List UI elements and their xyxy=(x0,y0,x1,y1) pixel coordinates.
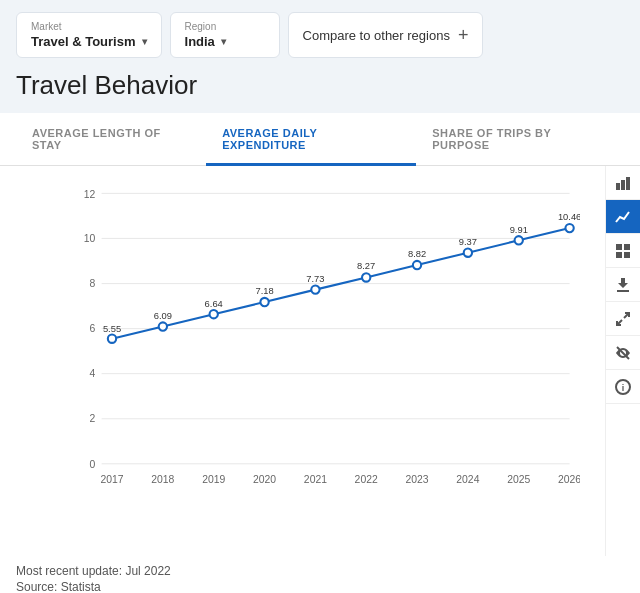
svg-text:0: 0 xyxy=(90,459,96,470)
svg-text:8: 8 xyxy=(90,278,96,289)
svg-text:8.82: 8.82 xyxy=(408,249,426,259)
data-point-2017 xyxy=(108,335,116,343)
svg-text:10.46: 10.46 xyxy=(558,212,580,222)
svg-text:5.55: 5.55 xyxy=(103,324,121,334)
svg-rect-37 xyxy=(626,177,630,190)
tab-share-trips[interactable]: SHARE OF TRIPS BY PURPOSE xyxy=(416,113,624,166)
svg-text:2: 2 xyxy=(90,413,96,424)
svg-text:2022: 2022 xyxy=(355,474,378,485)
hide-icon-button[interactable] xyxy=(606,336,640,370)
svg-text:2018: 2018 xyxy=(151,474,174,485)
region-chevron-icon: ▾ xyxy=(221,36,226,47)
info-icon-button[interactable]: i xyxy=(606,370,640,404)
bar-chart-icon-button[interactable] xyxy=(606,166,640,200)
tab-avg-length[interactable]: AVERAGE LENGTH OF STAY xyxy=(16,113,206,166)
svg-text:2017: 2017 xyxy=(100,474,123,485)
svg-text:4: 4 xyxy=(90,368,96,379)
tabs-bar: AVERAGE LENGTH OF STAY AVERAGE DAILY EXP… xyxy=(0,113,640,166)
svg-text:2020: 2020 xyxy=(253,474,276,485)
svg-rect-43 xyxy=(617,290,629,292)
chart-area: in USD (US$) 0 2 4 6 8 10 12 2017 2018 2… xyxy=(0,166,640,556)
source-text: Source: Statista xyxy=(16,580,624,593)
svg-text:2023: 2023 xyxy=(405,474,428,485)
download-icon-button[interactable] xyxy=(606,268,640,302)
svg-rect-39 xyxy=(624,244,630,250)
svg-text:9.91: 9.91 xyxy=(510,225,528,235)
svg-text:10: 10 xyxy=(84,233,96,244)
data-point-2020 xyxy=(260,298,268,306)
compare-text: Compare to other regions xyxy=(303,28,450,43)
svg-text:7.73: 7.73 xyxy=(306,274,324,284)
svg-text:12: 12 xyxy=(84,189,96,200)
market-chevron-icon: ▾ xyxy=(142,36,147,47)
svg-rect-35 xyxy=(616,183,620,190)
page-title: Travel Behavior xyxy=(0,66,640,113)
region-dropdown[interactable]: Region India ▾ xyxy=(170,12,280,58)
expand-icon-button[interactable] xyxy=(606,302,640,336)
svg-rect-40 xyxy=(616,252,622,258)
data-point-2019 xyxy=(210,310,218,318)
svg-rect-41 xyxy=(624,252,630,258)
svg-text:2019: 2019 xyxy=(202,474,225,485)
chart-sidebar: i xyxy=(605,166,640,556)
market-label: Market xyxy=(31,21,147,32)
svg-marker-42 xyxy=(618,278,628,288)
svg-text:i: i xyxy=(622,383,625,393)
svg-text:2026: 2026 xyxy=(558,474,580,485)
data-point-2026 xyxy=(565,224,573,232)
svg-rect-38 xyxy=(616,244,622,250)
svg-text:2025: 2025 xyxy=(507,474,530,485)
svg-text:7.18: 7.18 xyxy=(255,286,273,296)
data-point-2025 xyxy=(515,236,523,244)
chart-footer: Most recent update: Jul 2022 Source: Sta… xyxy=(0,556,640,593)
svg-rect-36 xyxy=(621,180,625,190)
line-chart-svg: in USD (US$) 0 2 4 6 8 10 12 2017 2018 2… xyxy=(60,182,580,496)
svg-text:6.64: 6.64 xyxy=(205,299,223,309)
tab-avg-daily[interactable]: AVERAGE DAILY EXPENDITURE xyxy=(206,113,416,166)
header-bar: Market Travel & Tourism ▾ Region India ▾… xyxy=(0,0,640,66)
region-value: India xyxy=(185,34,215,49)
data-point-2024 xyxy=(464,249,472,257)
market-dropdown[interactable]: Market Travel & Tourism ▾ xyxy=(16,12,162,58)
update-text: Most recent update: Jul 2022 xyxy=(16,564,624,578)
svg-text:6.09: 6.09 xyxy=(154,311,172,321)
svg-text:8.27: 8.27 xyxy=(357,261,375,271)
svg-text:6: 6 xyxy=(90,323,96,334)
line-chart-icon-button[interactable] xyxy=(606,200,640,234)
data-point-2022 xyxy=(362,273,370,281)
main-content: AVERAGE LENGTH OF STAY AVERAGE DAILY EXP… xyxy=(0,113,640,593)
svg-text:9.37: 9.37 xyxy=(459,237,477,247)
market-value: Travel & Tourism xyxy=(31,34,136,49)
plus-icon: + xyxy=(458,25,469,46)
svg-text:2021: 2021 xyxy=(304,474,327,485)
compare-button[interactable]: Compare to other regions + xyxy=(288,12,484,58)
data-point-2023 xyxy=(413,261,421,269)
svg-text:2024: 2024 xyxy=(456,474,479,485)
data-point-2021 xyxy=(311,285,319,293)
grid-icon-button[interactable] xyxy=(606,234,640,268)
data-point-2018 xyxy=(159,322,167,330)
region-label: Region xyxy=(185,21,265,32)
